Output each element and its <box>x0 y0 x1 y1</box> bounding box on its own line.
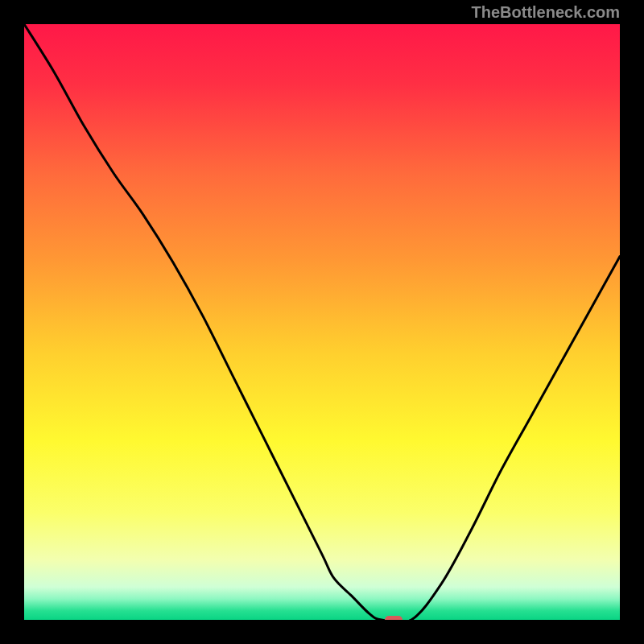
plot-area <box>24 24 620 620</box>
chart-frame: TheBottleneck.com <box>0 0 644 644</box>
svg-rect-0 <box>24 24 620 620</box>
optimal-marker <box>385 616 402 620</box>
watermark-text: TheBottleneck.com <box>472 3 620 22</box>
gradient-background <box>24 24 620 620</box>
